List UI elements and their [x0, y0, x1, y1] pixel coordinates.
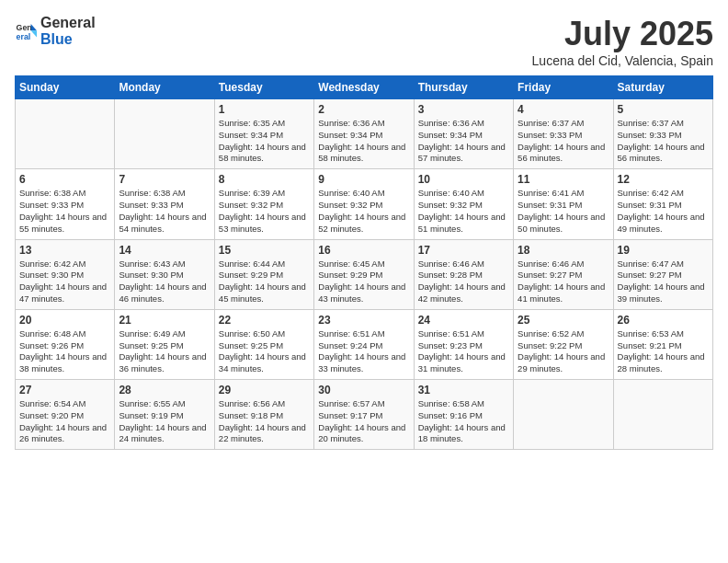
day-number: 31: [418, 384, 509, 396]
day-info: Sunrise: 6:45 AM Sunset: 9:29 PM Dayligh…: [318, 259, 409, 305]
day-number: 17: [418, 244, 509, 257]
header-wednesday: Wednesday: [314, 76, 414, 99]
calendar-cell: [514, 380, 613, 450]
day-info: Sunrise: 6:51 AM Sunset: 9:24 PM Dayligh…: [318, 328, 409, 375]
calendar-cell: 6Sunrise: 6:38 AM Sunset: 9:33 PM Daylig…: [16, 169, 115, 239]
calendar-cell: 2Sunrise: 6:36 AM Sunset: 9:34 PM Daylig…: [314, 99, 414, 169]
day-number: 21: [119, 314, 210, 327]
day-number: 12: [618, 173, 709, 186]
calendar-table: SundayMondayTuesdayWednesdayThursdayFrid…: [15, 75, 713, 450]
day-number: 24: [418, 314, 509, 327]
day-info: Sunrise: 6:37 AM Sunset: 9:33 PM Dayligh…: [518, 118, 609, 165]
day-info: Sunrise: 6:50 AM Sunset: 9:25 PM Dayligh…: [219, 328, 310, 375]
day-number: 4: [518, 103, 609, 116]
day-info: Sunrise: 6:44 AM Sunset: 9:29 PM Dayligh…: [219, 259, 310, 305]
calendar-cell: [16, 99, 115, 169]
calendar-cell: 14Sunrise: 6:43 AM Sunset: 9:30 PM Dayli…: [115, 239, 214, 309]
day-number: 13: [19, 244, 110, 257]
day-info: Sunrise: 6:49 AM Sunset: 9:25 PM Dayligh…: [119, 328, 210, 375]
day-info: Sunrise: 6:42 AM Sunset: 9:31 PM Dayligh…: [618, 188, 709, 235]
calendar-cell: 3Sunrise: 6:36 AM Sunset: 9:34 PM Daylig…: [414, 99, 513, 169]
calendar-week-2: 13Sunrise: 6:42 AM Sunset: 9:30 PM Dayli…: [16, 239, 713, 309]
calendar-week-1: 6Sunrise: 6:38 AM Sunset: 9:33 PM Daylig…: [16, 169, 713, 239]
day-number: 9: [318, 173, 409, 186]
title-area: July 2025 Lucena del Cid, Valencia, Spai…: [532, 15, 713, 68]
logo-icon: Gen eral: [15, 20, 37, 42]
logo-text-blue: Blue: [40, 31, 73, 47]
day-info: Sunrise: 6:39 AM Sunset: 9:32 PM Dayligh…: [219, 188, 310, 235]
logo: Gen eral General Blue: [15, 15, 96, 48]
day-number: 23: [318, 314, 409, 327]
month-title: July 2025: [532, 15, 713, 53]
day-info: Sunrise: 6:56 AM Sunset: 9:18 PM Dayligh…: [219, 398, 310, 445]
calendar-cell: 1Sunrise: 6:35 AM Sunset: 9:34 PM Daylig…: [214, 99, 313, 169]
day-number: 26: [618, 314, 709, 327]
day-info: Sunrise: 6:47 AM Sunset: 9:27 PM Dayligh…: [618, 259, 709, 305]
header-thursday: Thursday: [414, 76, 513, 99]
calendar-cell: 19Sunrise: 6:47 AM Sunset: 9:27 PM Dayli…: [613, 239, 712, 309]
day-number: 3: [418, 103, 509, 116]
day-number: 15: [219, 244, 310, 257]
header-saturday: Saturday: [613, 76, 712, 99]
day-number: 27: [19, 384, 110, 396]
day-number: 28: [119, 384, 210, 396]
day-number: 1: [219, 103, 310, 116]
calendar-cell: 28Sunrise: 6:55 AM Sunset: 9:19 PM Dayli…: [115, 380, 214, 450]
calendar-cell: 13Sunrise: 6:42 AM Sunset: 9:30 PM Dayli…: [16, 239, 115, 309]
day-info: Sunrise: 6:40 AM Sunset: 9:32 PM Dayligh…: [318, 188, 409, 235]
calendar-week-0: 1Sunrise: 6:35 AM Sunset: 9:34 PM Daylig…: [16, 99, 713, 169]
calendar-cell: 18Sunrise: 6:46 AM Sunset: 9:27 PM Dayli…: [514, 239, 613, 309]
calendar-cell: [115, 99, 214, 169]
day-info: Sunrise: 6:58 AM Sunset: 9:16 PM Dayligh…: [418, 398, 509, 445]
day-info: Sunrise: 6:36 AM Sunset: 9:34 PM Dayligh…: [318, 118, 409, 165]
day-info: Sunrise: 6:46 AM Sunset: 9:27 PM Dayligh…: [518, 259, 609, 305]
logo-text-general: General: [40, 15, 96, 30]
calendar-cell: 26Sunrise: 6:53 AM Sunset: 9:21 PM Dayli…: [613, 309, 712, 379]
svg-marker-2: [31, 24, 37, 30]
day-info: Sunrise: 6:40 AM Sunset: 9:32 PM Dayligh…: [418, 188, 509, 235]
day-info: Sunrise: 6:53 AM Sunset: 9:21 PM Dayligh…: [618, 328, 709, 375]
calendar-cell: [613, 380, 712, 450]
day-info: Sunrise: 6:54 AM Sunset: 9:20 PM Dayligh…: [19, 398, 110, 445]
day-info: Sunrise: 6:46 AM Sunset: 9:28 PM Dayligh…: [418, 259, 509, 305]
day-number: 20: [19, 314, 110, 327]
header-tuesday: Tuesday: [214, 76, 313, 99]
calendar-week-4: 27Sunrise: 6:54 AM Sunset: 9:20 PM Dayli…: [16, 380, 713, 450]
calendar-cell: 15Sunrise: 6:44 AM Sunset: 9:29 PM Dayli…: [214, 239, 313, 309]
day-number: 22: [219, 314, 310, 327]
day-info: Sunrise: 6:51 AM Sunset: 9:23 PM Dayligh…: [418, 328, 509, 375]
header-monday: Monday: [115, 76, 214, 99]
calendar-week-3: 20Sunrise: 6:48 AM Sunset: 9:26 PM Dayli…: [16, 309, 713, 379]
calendar-cell: 31Sunrise: 6:58 AM Sunset: 9:16 PM Dayli…: [414, 380, 513, 450]
svg-text:Gen: Gen: [17, 23, 32, 32]
day-info: Sunrise: 6:37 AM Sunset: 9:33 PM Dayligh…: [618, 118, 709, 165]
day-info: Sunrise: 6:38 AM Sunset: 9:33 PM Dayligh…: [19, 188, 110, 235]
location-title: Lucena del Cid, Valencia, Spain: [532, 53, 713, 68]
day-number: 25: [518, 314, 609, 327]
calendar-cell: 8Sunrise: 6:39 AM Sunset: 9:32 PM Daylig…: [214, 169, 313, 239]
day-number: 10: [418, 173, 509, 186]
calendar-cell: 10Sunrise: 6:40 AM Sunset: 9:32 PM Dayli…: [414, 169, 513, 239]
day-number: 16: [318, 244, 409, 257]
calendar-cell: 17Sunrise: 6:46 AM Sunset: 9:28 PM Dayli…: [414, 239, 513, 309]
svg-text:eral: eral: [17, 32, 31, 41]
calendar-cell: 12Sunrise: 6:42 AM Sunset: 9:31 PM Dayli…: [613, 169, 712, 239]
day-info: Sunrise: 6:42 AM Sunset: 9:30 PM Dayligh…: [19, 259, 110, 305]
header-sunday: Sunday: [16, 76, 115, 99]
day-number: 5: [618, 103, 709, 116]
day-number: 29: [219, 384, 310, 396]
day-number: 7: [119, 173, 210, 186]
day-info: Sunrise: 6:57 AM Sunset: 9:17 PM Dayligh…: [318, 398, 409, 445]
calendar-header-row: SundayMondayTuesdayWednesdayThursdayFrid…: [16, 76, 713, 99]
day-number: 11: [518, 173, 609, 186]
day-number: 30: [318, 384, 409, 396]
day-info: Sunrise: 6:55 AM Sunset: 9:19 PM Dayligh…: [119, 398, 210, 445]
calendar-cell: 27Sunrise: 6:54 AM Sunset: 9:20 PM Dayli…: [16, 380, 115, 450]
day-info: Sunrise: 6:38 AM Sunset: 9:33 PM Dayligh…: [119, 188, 210, 235]
calendar-cell: 22Sunrise: 6:50 AM Sunset: 9:25 PM Dayli…: [214, 309, 313, 379]
calendar-cell: 16Sunrise: 6:45 AM Sunset: 9:29 PM Dayli…: [314, 239, 414, 309]
day-number: 2: [318, 103, 409, 116]
calendar-cell: 23Sunrise: 6:51 AM Sunset: 9:24 PM Dayli…: [314, 309, 414, 379]
day-info: Sunrise: 6:52 AM Sunset: 9:22 PM Dayligh…: [518, 328, 609, 375]
calendar-cell: 5Sunrise: 6:37 AM Sunset: 9:33 PM Daylig…: [613, 99, 712, 169]
